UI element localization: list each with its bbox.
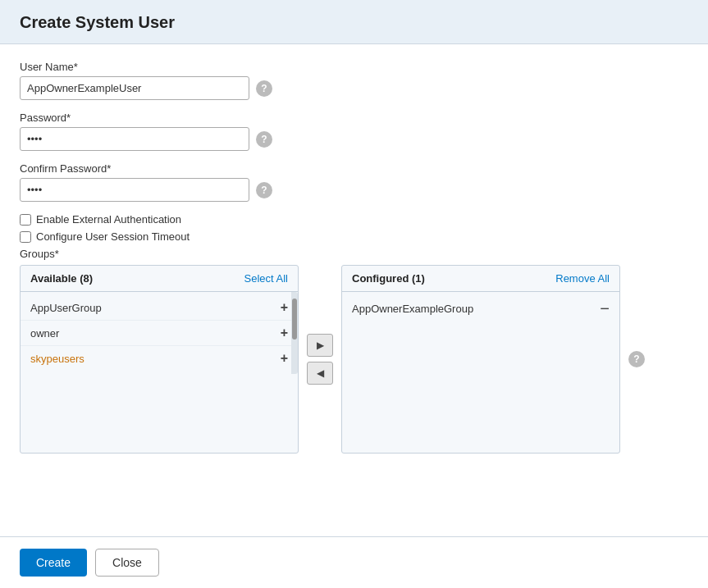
configured-group-list: AppOwnerExampleGroup −	[342, 292, 619, 325]
create-button[interactable]: Create	[20, 549, 87, 577]
list-item[interactable]: owner +	[21, 321, 298, 346]
left-arrow-icon: ◀	[317, 367, 324, 379]
username-help-icon[interactable]: ?	[256, 80, 272, 97]
modal-header: Create System User	[0, 0, 708, 44]
enable-ext-auth-label: Enable External Authentication	[36, 213, 181, 226]
configured-panel: Configured (1) Remove All AppOwnerExampl…	[341, 265, 620, 454]
group-item-name: AppOwnerExampleGroup	[352, 303, 473, 315]
confirm-password-help-icon[interactable]: ?	[256, 182, 272, 198]
remove-all-link[interactable]: Remove All	[555, 272, 610, 285]
available-panel-header: Available (8) Select All	[21, 266, 298, 292]
enable-ext-auth-row: Enable External Authentication	[20, 213, 688, 226]
username-input[interactable]	[20, 76, 249, 100]
configure-session-timeout-row: Configure User Session Timeout	[20, 230, 688, 243]
configure-session-timeout-label: Configure User Session Timeout	[36, 230, 190, 243]
configure-session-timeout-checkbox[interactable]	[20, 231, 31, 243]
remove-appownerexamplegroup-btn[interactable]: −	[600, 300, 610, 317]
transfer-buttons: ▶ ◀	[307, 334, 333, 385]
close-button[interactable]: Close	[95, 549, 159, 577]
username-input-row: ?	[20, 76, 688, 100]
list-item[interactable]: AppOwnerExampleGroup −	[342, 295, 619, 321]
create-system-user-modal: Create System User User Name* ? Password…	[0, 0, 708, 588]
password-input[interactable]	[20, 127, 249, 151]
modal-footer: Create Close	[0, 536, 708, 588]
move-left-btn[interactable]: ◀	[307, 362, 333, 385]
username-label: User Name*	[20, 61, 688, 73]
groups-container: Available (8) Select All AppUserGroup + …	[20, 265, 688, 454]
available-panel-title: Available (8)	[30, 272, 93, 285]
configured-panel-title: Configured (1)	[352, 272, 425, 285]
confirm-password-label: Confirm Password*	[20, 162, 688, 175]
available-panel-inner: AppUserGroup + owner + skypeusers +	[21, 292, 298, 374]
confirm-password-input-row: ?	[20, 178, 688, 202]
available-scrollbar-thumb	[292, 299, 297, 340]
group-item-name: owner	[30, 327, 59, 340]
group-item-name: AppUserGroup	[30, 302, 102, 314]
group-item-name: skypeusers	[30, 353, 85, 365]
password-label: Password*	[20, 112, 688, 124]
configured-panel-header: Configured (1) Remove All	[342, 266, 619, 292]
confirm-password-group: Confirm Password* ?	[20, 162, 688, 202]
available-panel: Available (8) Select All AppUserGroup + …	[20, 265, 299, 454]
add-appusergroup-btn[interactable]: +	[281, 300, 288, 315]
available-scrollbar-track[interactable]	[291, 292, 298, 374]
available-group-list: AppUserGroup + owner + skypeusers +	[21, 292, 298, 374]
list-item[interactable]: skypeusers +	[21, 346, 298, 371]
enable-ext-auth-checkbox[interactable]	[20, 214, 31, 226]
list-item[interactable]: AppUserGroup +	[21, 295, 298, 321]
password-help-icon[interactable]: ?	[256, 131, 272, 148]
right-arrow-icon: ▶	[317, 340, 324, 351]
groups-section: Groups* Available (8) Select All AppUser…	[20, 248, 688, 454]
password-input-row: ?	[20, 127, 688, 151]
groups-label: Groups*	[20, 248, 688, 260]
confirm-password-input[interactable]	[20, 178, 249, 202]
select-all-link[interactable]: Select All	[244, 272, 288, 285]
move-right-btn[interactable]: ▶	[307, 334, 333, 357]
add-skypeusers-btn[interactable]: +	[281, 351, 288, 366]
username-group: User Name* ?	[20, 61, 688, 100]
add-owner-btn[interactable]: +	[281, 326, 288, 340]
groups-help-icon[interactable]: ?	[628, 351, 645, 367]
modal-title: Create System User	[20, 13, 688, 32]
modal-body: User Name* ? Password* ? Confirm Passwor…	[0, 44, 708, 536]
password-group: Password* ?	[20, 112, 688, 151]
